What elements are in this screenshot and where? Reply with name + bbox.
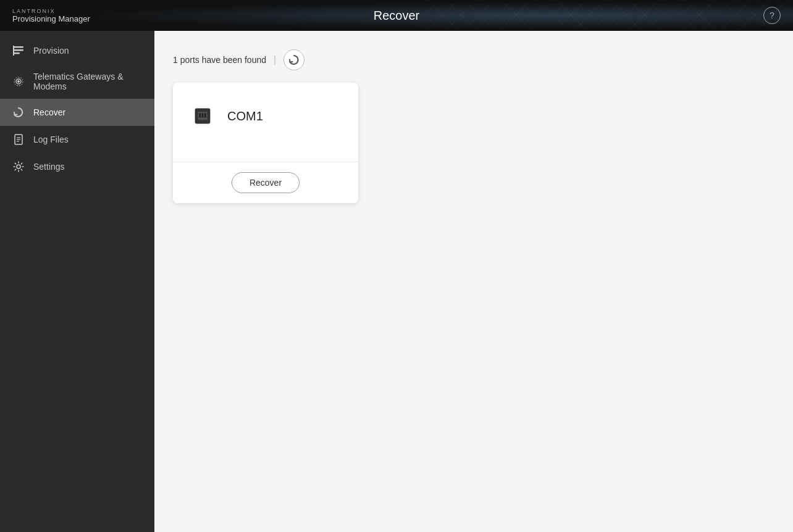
page-title: Recover (374, 9, 419, 23)
svg-point-11 (17, 165, 20, 168)
sidebar: Provision Telematics Gateways & Modems R… (0, 31, 154, 532)
app-name-label: Provisioning Manager (12, 14, 90, 23)
svg-rect-20 (205, 120, 206, 123)
ports-divider: | (274, 54, 276, 65)
svg-rect-15 (202, 113, 204, 118)
svg-point-6 (17, 80, 20, 83)
log-files-icon (12, 133, 25, 146)
content-area: 1 ports have been found | (154, 31, 793, 532)
telematics-icon (12, 75, 25, 88)
svg-rect-0 (14, 46, 23, 48)
port-icon (188, 101, 217, 131)
header-left: LANTRONIX Provisioning Manager (12, 8, 90, 23)
sidebar-label-log-files: Log Files (33, 135, 69, 144)
sidebar-label-settings: Settings (33, 162, 65, 172)
recover-button[interactable]: Recover (232, 172, 300, 193)
help-button[interactable]: ? (763, 7, 781, 24)
sidebar-item-recover[interactable]: Recover (0, 99, 154, 126)
sidebar-item-log-files[interactable]: Log Files (0, 126, 154, 153)
port-card: COM1 Recover (173, 83, 358, 203)
ports-found-text: 1 ports have been found (173, 55, 266, 65)
sidebar-item-provision[interactable]: Provision (0, 37, 154, 64)
svg-rect-16 (204, 113, 206, 118)
port-card-footer: Recover (173, 162, 358, 203)
help-icon: ? (770, 10, 774, 20)
settings-icon (12, 160, 25, 173)
sidebar-item-settings[interactable]: Settings (0, 153, 154, 180)
provision-icon (12, 44, 25, 57)
svg-rect-14 (199, 113, 201, 118)
port-card-body: COM1 (173, 83, 358, 162)
sidebar-label-recover: Recover (33, 107, 65, 117)
svg-rect-2 (14, 52, 20, 54)
sidebar-label-provision: Provision (33, 46, 69, 56)
sidebar-label-telematics: Telematics Gateways & Modems (33, 72, 142, 91)
recover-icon (12, 106, 25, 118)
svg-rect-1 (14, 49, 23, 51)
svg-rect-19 (203, 120, 204, 123)
header: LANTRONIX Provisioning Manager Recover ? (0, 0, 793, 31)
sidebar-item-telematics[interactable]: Telematics Gateways & Modems (0, 64, 154, 99)
brand-label: LANTRONIX (12, 8, 90, 14)
ports-bar: 1 ports have been found | (173, 49, 774, 70)
refresh-button[interactable] (283, 49, 304, 70)
refresh-icon (288, 54, 300, 65)
header-bg-pattern (422, 0, 793, 31)
main-layout: Provision Telematics Gateways & Modems R… (0, 31, 793, 532)
port-name: COM1 (227, 109, 263, 123)
svg-rect-18 (200, 120, 201, 123)
svg-rect-17 (198, 120, 199, 123)
